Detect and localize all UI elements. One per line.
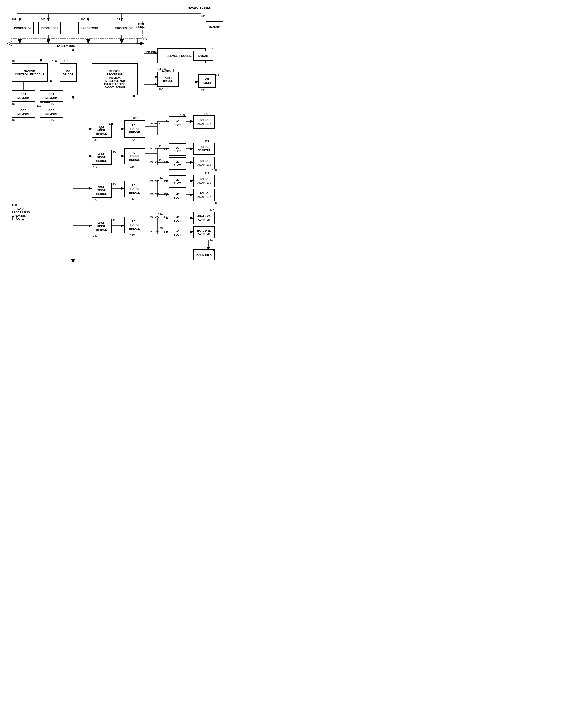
pci-io-adapter-120: PCI I/OADAPTER (193, 157, 214, 169)
processor-104: PROCESSOR (113, 22, 135, 34)
pci-bus-row4-bot: PCI BUS (150, 230, 159, 233)
proc101-num: 101 (12, 18, 16, 21)
num-118: 118 (159, 145, 163, 147)
ptop132-num: 132 (130, 138, 135, 141)
nvram-num: 192 (208, 48, 213, 51)
pci-to-pci-116: PCI-TO-PCIBRIDGE (124, 148, 145, 164)
num-174: 174 (164, 230, 168, 233)
pci-bus-131: PCIBUS (97, 127, 102, 132)
local-memory-163: LOCALMEMORY (40, 107, 63, 118)
ios133-num: 133 (180, 114, 184, 116)
mem-ctrl-num: 108 (12, 60, 16, 63)
pci-io-adapter-128: PCI I/OADAPTER (193, 189, 214, 201)
phb122-num: 122 (93, 198, 97, 201)
io-bridge-106: 106 (52, 60, 57, 63)
lm162-num: 162 (12, 118, 16, 121)
op-panel-num: 190 (201, 89, 205, 92)
memory-controller: MEMORYCONTROLLER/CACHE (12, 63, 48, 82)
num-173: 173 (164, 180, 168, 183)
num-170: 170 (164, 147, 168, 150)
num-123: 123 (111, 183, 116, 186)
processor-101: PROCESSOR (12, 22, 34, 34)
proc103-num: 103 (81, 18, 85, 21)
proc104-num: 104 (115, 18, 120, 21)
pci-io-adapter-129: PCI I/OADAPTER (193, 175, 214, 187)
processor-102: PROCESSOR (38, 22, 61, 34)
pioa121-num: 121 (204, 140, 209, 143)
pci-to-pci-132: PCI-TO-PCIBRIDGE (124, 120, 145, 138)
pci-bus-133: PCI BUS (151, 122, 160, 125)
pci-isa-num: 193 (159, 88, 163, 91)
sp-mailbox: SERVICEPROCESSORMAILBOXINTERFACE ANDISA … (92, 63, 138, 95)
lm161-num: 161 (51, 102, 55, 105)
num-131: 131 (109, 122, 113, 125)
pci-bus-141: PCIBUS (97, 222, 102, 227)
io-slot-119: I/OSLOT (169, 157, 186, 170)
io-slot-126: I/OSLOT (169, 175, 186, 188)
num-194: 194 (133, 116, 137, 119)
num-144: 144 (158, 213, 163, 216)
io-bridge: I/OBRIDGE (59, 63, 77, 82)
pci-isa-bridge: PCI/ISABRIDGE (157, 72, 178, 87)
arrows-svg (0, 0, 223, 285)
memory-191: MEMORY (206, 21, 223, 32)
io-slot-127: I/OSLOT (169, 190, 186, 202)
pci-bus-sp: PCI BUS (146, 51, 156, 54)
io-bridge-num: 110 (64, 60, 68, 63)
local-memory-160: LOCALMEMORY (12, 90, 35, 102)
pioa128-num: 128 (212, 201, 216, 204)
ptop142-num: 142 (130, 234, 135, 237)
num-141: 141 (111, 219, 116, 222)
phb140-num: 140 (93, 234, 97, 237)
pci-bus-row2-top: PCI BUS (150, 147, 159, 150)
ptop116-num: 116 (130, 165, 135, 168)
io-slot-145: I/OSLOT (169, 227, 186, 239)
lm160-num: 160 (12, 102, 16, 105)
graphics-adapter: GRAPHICSADAPTER (193, 212, 214, 224)
phb114-num: 114 (93, 166, 97, 169)
lm163-num: 163 (51, 118, 55, 121)
num-145: 145 (158, 227, 163, 230)
processor-103: PROCESSOR (78, 22, 100, 34)
pci-to-pci-124: PCI-TO-PCIBRIDGE (124, 181, 145, 197)
io-bus-label: I/O BUS (40, 100, 50, 103)
pci-bus-row3-top: PCI BUS (150, 180, 159, 182)
pioa129-num: 129 (204, 172, 209, 175)
pci-io-adapter-176: PCI I/OADAPTER (193, 115, 214, 129)
io-slot-133: I/OSLOT (169, 116, 186, 130)
pioa176-num: 176 (204, 112, 208, 115)
hda-num: 149 (209, 239, 214, 242)
hard-disk-adapter: HARD DISKADAPTER (193, 226, 214, 238)
pci-io-adapter-121: PCI I/OADAPTER (193, 143, 214, 155)
pci-bus-row4-top: PCI BUS (150, 216, 159, 218)
attn-signal: ATTNSIGNAL (136, 23, 145, 28)
proc102-num: 102 (41, 18, 45, 21)
attn-num: 135 (143, 38, 147, 41)
num-126: 126 (158, 177, 163, 180)
io-slot-144: I/OSLOT (169, 213, 186, 225)
pci-bus-115: PCIBUS (97, 153, 102, 158)
jtag-label: JTAG/I²C BUSSES (187, 6, 211, 9)
op-panel: OPPANEL (198, 74, 216, 88)
local-memory-162: LOCALMEMORY (12, 107, 35, 118)
io-slot-118: I/OSLOT (169, 143, 186, 156)
ga-num: 148 (209, 209, 214, 212)
pci-to-pci-142: PCI-TO-PCIBRIDGE (124, 217, 145, 233)
pci-bus-row2-bot: PCI BUS (150, 161, 159, 163)
nvram: NVRAM (193, 51, 213, 61)
num-171: 171 (164, 161, 168, 164)
num-172: 172 (164, 193, 168, 196)
local-memory-161: LOCALMEMORY (40, 90, 63, 102)
num-127: 127 (158, 190, 163, 193)
system-bus-label: SYSTEM BUS (57, 44, 75, 47)
phb130-num: 130 (93, 138, 97, 141)
io-bus-num: 112 (37, 104, 41, 107)
pci-bus-123: PCIBUS (97, 186, 102, 191)
op-panel-136: 136 (214, 73, 219, 76)
pioa120-num: 120 (212, 169, 216, 172)
system-num: 100 (12, 203, 17, 207)
ptop124-num: 124 (130, 198, 135, 201)
num-175: 175 (164, 216, 168, 219)
hd-num: 150 (210, 248, 214, 251)
isa-bus-text: ISA BUS (161, 70, 171, 73)
